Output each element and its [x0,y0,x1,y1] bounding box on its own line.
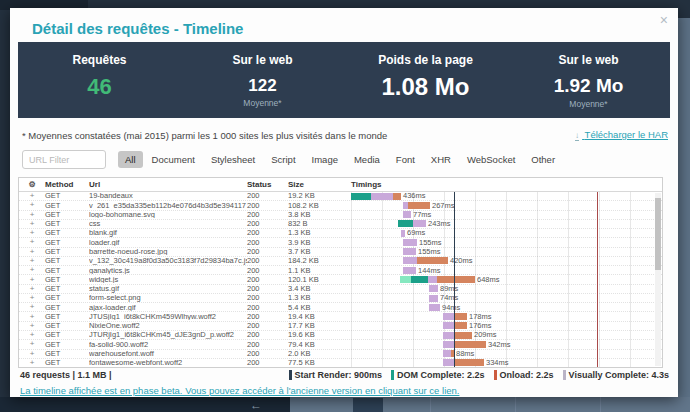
bar-segment-purple [443,350,451,357]
row-method: GET [45,220,89,228]
table-row[interactable]: + GET JTURjIg1_i6t8kCHKm45_dJE3gnD_p.wof… [19,331,662,340]
waterfall-bar: 176ms [443,322,492,330]
legend-label: Start Render: 900ms [295,370,383,380]
expand-icon[interactable]: + [19,192,45,200]
bar-segment-orange [454,313,467,320]
scrollbar-thumb[interactable] [655,198,661,270]
row-timing-label: 74ms [440,294,458,302]
close-icon[interactable]: × [660,12,668,28]
url-filter-input[interactable] [22,150,106,169]
download-icon: ↓ [575,132,579,141]
expand-icon[interactable]: + [19,238,45,246]
legend-item: Visually Complete: 4.3s [563,370,669,380]
row-url: blank.gif [89,229,247,237]
expand-icon[interactable]: + [19,303,45,311]
expand-icon[interactable]: + [19,211,45,219]
table-row[interactable]: + GET v_132_30c419a8f0d3a50c3183f7d29834… [19,257,662,266]
legend-label: DOM Complete: 2.2s [397,370,485,380]
resource-type-tab[interactable]: Image [305,151,345,168]
table-row[interactable]: + GET blank.gif 200 1.3 KB 69ms [19,229,662,238]
row-method: GET [45,285,89,293]
bar-segment-purple [429,304,440,311]
bar-segment-mint [400,276,411,283]
row-timing-cell: 209ms [351,331,662,339]
column-url: Url [89,180,247,189]
stat-value: 46 [87,76,111,98]
row-method: GET [45,211,89,219]
table-row[interactable]: + GET JTUSjIg1_i6t8kCHKm459Wlhyw.woff2 2… [19,312,662,321]
expand-icon[interactable]: + [19,294,45,302]
row-timing-cell: 155ms [351,248,662,256]
table-row[interactable]: + GET v_261_e35da335eb112b4e076d4b3d5e39… [19,201,662,210]
waterfall-bar: 178ms [443,312,492,320]
row-status: 200 [247,313,288,321]
waterfall-bar: 69ms [401,229,425,237]
row-status: 200 [247,294,288,302]
bar-segment-purple [403,248,416,255]
resource-type-tab[interactable]: Document [145,151,202,168]
table-row[interactable]: + GET widget.js 200 120.1 KB 648ms [19,275,662,284]
table-row[interactable]: + GET loader.gif 200 3.9 KB 155ms [19,238,662,247]
row-size: 5.4 KB [288,304,351,312]
resource-type-tab[interactable]: Stylesheet [204,151,262,168]
beta-version-link[interactable]: La timeline affichée est en phase beta. … [20,385,459,396]
waterfall-bar: 77ms [403,211,431,219]
table-row[interactable]: + GET NixieOne.woff2 200 17.7 KB 176ms [19,322,662,331]
table-row[interactable]: + GET 19-bandeaux 200 19.2 KB 436ms [19,192,662,201]
row-method: GET [45,341,89,349]
row-status: 200 [247,211,288,219]
expand-icon[interactable]: + [19,229,45,237]
expand-icon[interactable]: + [19,257,45,265]
resource-type-tab[interactable]: All [118,151,143,168]
resource-type-tab[interactable]: Font [389,151,422,168]
resource-type-tab[interactable]: XHR [424,151,458,168]
table-header: ⚙ Method Url Status Size Timings [19,178,662,192]
resource-type-tab[interactable]: Other [524,151,562,168]
bar-segment-purple [428,276,437,283]
table-scrollbar[interactable] [655,193,661,366]
expand-icon[interactable]: + [19,220,45,228]
resource-type-tab[interactable]: WebSocket [460,151,522,168]
page-background-strip [678,18,690,412]
expand-icon[interactable]: + [19,266,45,274]
row-method: GET [45,192,89,200]
expand-icon[interactable]: + [19,313,45,321]
resource-type-tab[interactable]: Media [347,151,387,168]
expand-icon[interactable]: + [19,331,45,339]
table-row[interactable]: + GET status.gif 200 3.4 KB 89ms [19,285,662,294]
row-size: 19.2 KB [288,192,351,200]
row-timing-label: 88ms [456,350,474,358]
table-row[interactable]: + GET logo-bohomane.svg 200 3.8 KB 77ms [19,211,662,220]
table-row[interactable]: + GET ganalytics.js 200 1.1 KB 144ms [19,266,662,275]
resource-type-tab[interactable]: Script [264,151,302,168]
expand-icon[interactable]: + [19,340,45,348]
legend-marker [289,370,292,380]
expand-icon[interactable]: + [19,359,45,367]
expand-icon[interactable]: + [19,322,45,330]
column-status: Status [247,180,288,189]
table-row[interactable]: + GET fontawesome-webfont.woff2 200 77.5… [19,359,662,367]
row-status: 200 [247,229,288,237]
table-row[interactable]: + GET barrette-noeud-rose.jpg 200 3.7 KB… [19,248,662,257]
table-row[interactable]: + GET warehousefont.woff 200 2.0 KB 88ms [19,350,662,359]
waterfall-bar: 243ms [398,220,451,228]
bar-segment-orange [408,202,430,209]
page-background-bottom [0,397,290,412]
row-size: 832 B [288,220,351,228]
row-timing-label: 69ms [407,229,425,237]
table-row[interactable]: + GET fa-solid-900.woff2 200 79.4 KB 342… [19,340,662,349]
expand-icon[interactable]: + [19,276,45,284]
download-har-link[interactable]: ↓ Télécharger le HAR [575,129,668,141]
gear-icon[interactable]: ⚙ [19,180,45,189]
table-row[interactable]: + GET css 200 832 B 243ms [19,220,662,229]
table-row[interactable]: + GET form-select.png 200 1.3 KB 74ms [19,294,662,303]
row-size: 3.7 KB [288,248,351,256]
bar-segment-purple [429,295,438,302]
bar-segment-purple [443,341,454,348]
table-row[interactable]: + GET ajax-loader.gif 200 5.4 KB 94ms [19,303,662,312]
expand-icon[interactable]: + [19,248,45,256]
expand-icon[interactable]: + [19,201,45,209]
row-status: 200 [247,304,288,312]
expand-icon[interactable]: + [19,350,45,358]
expand-icon[interactable]: + [19,285,45,293]
